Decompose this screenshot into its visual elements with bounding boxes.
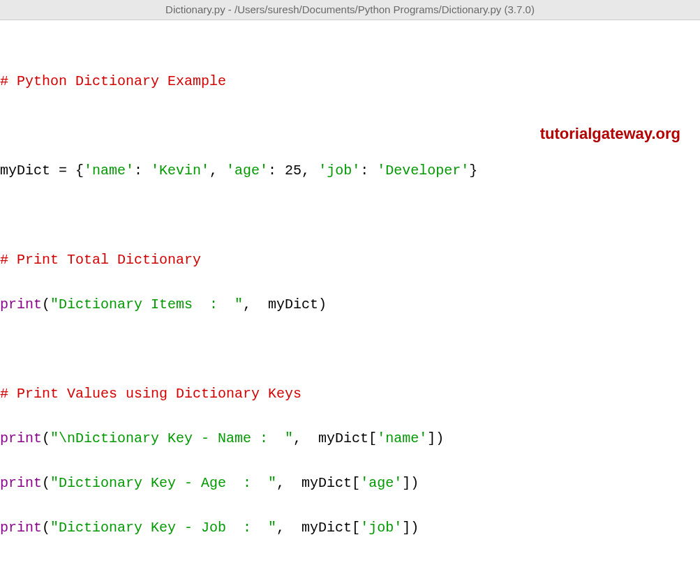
editor-title: Dictionary.py - /Users/suresh/Documents/…	[165, 3, 535, 15]
code-line: print("Dictionary Items : ", myDict)	[0, 294, 700, 316]
code-line: # Print Total Dictionary	[0, 249, 700, 271]
comment: # Print Total Dictionary	[0, 252, 201, 268]
code-line	[0, 561, 700, 584]
watermark: tutorialgateway.org	[540, 121, 680, 146]
code-line: # Print Values using Dictionary Keys	[0, 383, 700, 405]
editor-title-bar: Dictionary.py - /Users/suresh/Documents/…	[0, 0, 700, 20]
code-line: print("Dictionary Key - Age : ", myDict[…	[0, 472, 700, 495]
code-line	[0, 204, 700, 227]
comment: # Python Dictionary Example	[0, 73, 226, 89]
code-line: myDict = {'name': 'Kevin', 'age': 25, 'j…	[0, 160, 700, 182]
code-line: # Python Dictionary Example	[0, 70, 700, 93]
comment: # Print Values using Dictionary Keys	[0, 386, 301, 402]
code-line	[0, 338, 700, 361]
code-line: print("Dictionary Key - Job : ", myDict[…	[0, 517, 700, 539]
editor-pane[interactable]: tutorialgateway.org # Python Dictionary …	[0, 20, 700, 588]
code-line: print("\nDictionary Key - Name : ", myDi…	[0, 428, 700, 450]
